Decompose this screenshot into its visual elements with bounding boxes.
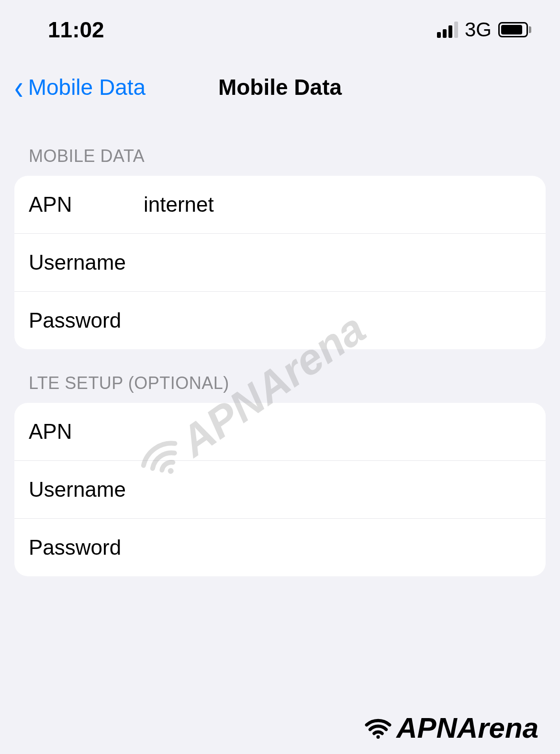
mobile-data-header: MOBILE DATA <box>14 146 546 176</box>
wifi-icon <box>364 716 392 741</box>
status-bar: 11:02 3G <box>0 0 560 57</box>
lte-password-label: Password <box>29 536 144 560</box>
lte-password-row[interactable]: Password <box>14 519 546 576</box>
apn-input[interactable] <box>144 193 531 217</box>
lte-setup-group: APN Username Password <box>14 403 546 576</box>
chevron-left-icon: ‹ <box>14 70 23 105</box>
username-label: Username <box>29 251 144 274</box>
nav-bar: ‹ Mobile Data Mobile Data <box>0 57 560 122</box>
lte-username-label: Username <box>29 478 144 502</box>
mobile-data-group: APN Username Password <box>14 176 546 349</box>
status-right: 3G <box>437 18 531 41</box>
svg-point-1 <box>377 735 380 738</box>
password-input[interactable] <box>144 308 531 332</box>
mobile-data-section: MOBILE DATA APN Username Password <box>14 146 546 349</box>
signal-icon <box>437 22 458 38</box>
apn-label: APN <box>29 193 144 217</box>
status-time: 11:02 <box>48 17 104 43</box>
brand-text: APNArena <box>396 711 538 744</box>
username-row[interactable]: Username <box>14 234 546 292</box>
lte-username-row[interactable]: Username <box>14 461 546 519</box>
password-label: Password <box>29 308 144 332</box>
network-type: 3G <box>465 18 492 41</box>
lte-username-input[interactable] <box>144 478 531 502</box>
lte-setup-section: LTE SETUP (OPTIONAL) APN Username Passwo… <box>14 373 546 576</box>
back-button[interactable]: ‹ Mobile Data <box>14 74 146 101</box>
lte-apn-row[interactable]: APN <box>14 403 546 461</box>
footer-brand: APNArena <box>364 711 538 744</box>
password-row[interactable]: Password <box>14 292 546 349</box>
battery-icon <box>498 22 531 37</box>
back-label: Mobile Data <box>28 74 146 100</box>
lte-apn-label: APN <box>29 420 144 444</box>
lte-apn-input[interactable] <box>144 420 531 444</box>
lte-password-input[interactable] <box>144 536 531 560</box>
page-title: Mobile Data <box>218 74 342 100</box>
apn-row[interactable]: APN <box>14 176 546 234</box>
username-input[interactable] <box>144 251 531 274</box>
lte-setup-header: LTE SETUP (OPTIONAL) <box>14 373 546 403</box>
